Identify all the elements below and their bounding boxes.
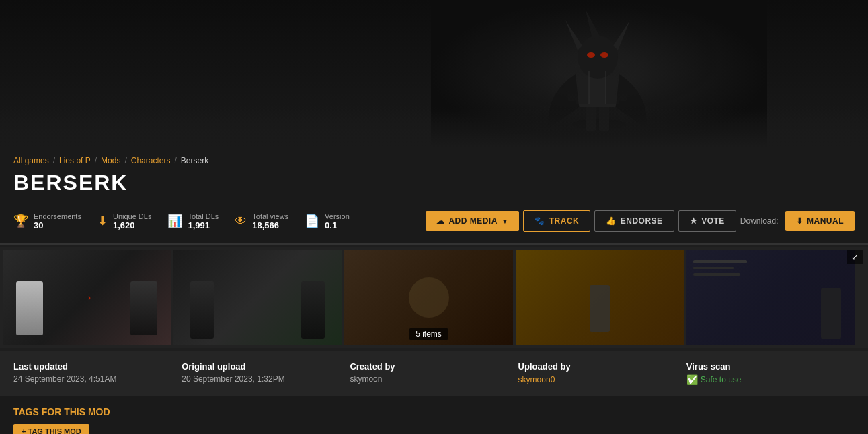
gallery-item-5[interactable] bbox=[686, 250, 855, 345]
created-by-value: skymoon bbox=[350, 374, 504, 384]
last-updated-value: 24 September 2023, 4:51AM bbox=[13, 374, 168, 384]
breadcrumb-sep-4: / bbox=[174, 156, 176, 165]
endorsements-label: Endorsements bbox=[34, 212, 81, 220]
gallery-container: → 5 items bbox=[0, 245, 868, 351]
stats-bar: 🏆 Endorsements 30 ⬇ Unique DLs 1,620 📊 T… bbox=[0, 210, 868, 243]
cloud-upload-icon: ☁ bbox=[436, 216, 445, 226]
gallery-expand-button[interactable]: ⤢ bbox=[847, 250, 863, 264]
original-upload-value: 20 September 2023, 1:32PM bbox=[182, 374, 336, 384]
mod-title: BERSERK bbox=[13, 171, 855, 196]
total-views-value: 18,566 bbox=[252, 220, 288, 230]
gallery: → 5 items bbox=[0, 247, 868, 348]
hero-overlay bbox=[0, 107, 868, 148]
gallery-item-4[interactable] bbox=[516, 250, 684, 345]
last-updated-label: Last updated bbox=[13, 361, 168, 372]
original-upload-label: Original upload bbox=[182, 361, 336, 372]
gallery-item-3[interactable]: 5 items bbox=[344, 250, 512, 345]
meta-created-by: Created by skymoon bbox=[350, 361, 518, 385]
meta-last-updated: Last updated 24 September 2023, 4:51AM bbox=[13, 361, 182, 385]
file-icon: 📄 bbox=[305, 214, 319, 228]
vote-label: VOTE bbox=[701, 216, 725, 226]
breadcrumb-current: Berserk bbox=[181, 156, 208, 165]
unique-dls-value: 1,620 bbox=[113, 220, 151, 230]
dropdown-arrow-icon: ▼ bbox=[502, 218, 508, 225]
virus-scan-label: Virus scan bbox=[686, 361, 841, 372]
total-dls-label: Total DLs bbox=[188, 212, 219, 220]
tags-section: TAGS FOR THIS MOD + TAG THIS MOD bbox=[0, 396, 868, 434]
meta-section: Last updated 24 September 2023, 4:51AM O… bbox=[0, 351, 868, 396]
stat-version: 📄 Version 0.1 bbox=[305, 212, 350, 230]
manual-download-icon: ⬇ bbox=[796, 216, 803, 226]
endorsements-value: 30 bbox=[34, 220, 81, 230]
breadcrumb-characters[interactable]: Characters bbox=[131, 156, 171, 165]
endorse-label: ENDORSE bbox=[621, 216, 663, 226]
add-media-button[interactable]: ☁ ADD MEDIA ▼ bbox=[426, 211, 519, 231]
download-icon: ⬇ bbox=[97, 214, 108, 228]
svg-point-14 bbox=[600, 52, 608, 58]
manual-label: MANUAL bbox=[807, 216, 844, 226]
add-tag-label: + TAG THIS MOD bbox=[22, 427, 81, 434]
gallery-badge: 5 items bbox=[409, 328, 448, 340]
check-circle-icon: ✅ bbox=[686, 374, 698, 385]
total-views-label: Total views bbox=[252, 212, 288, 220]
star-icon: ★ bbox=[690, 216, 698, 226]
trophy-icon: 🏆 bbox=[13, 214, 28, 228]
add-tag-button[interactable]: + TAG THIS MOD bbox=[13, 424, 89, 434]
vote-button[interactable]: ★ VOTE bbox=[678, 210, 736, 232]
gallery-item-1[interactable]: → bbox=[3, 250, 171, 345]
track-label: TRACK bbox=[549, 216, 580, 226]
gallery-item-2[interactable] bbox=[173, 250, 342, 345]
expand-icon: ⤢ bbox=[851, 252, 859, 262]
safe-to-use-text: Safe to use bbox=[701, 375, 742, 384]
created-by-label: Created by bbox=[350, 361, 504, 372]
svg-point-13 bbox=[587, 52, 595, 58]
breadcrumb-sep-1: / bbox=[53, 156, 55, 165]
uploaded-by-link[interactable]: skymoon0 bbox=[518, 375, 555, 384]
manual-download-button[interactable]: ⬇ MANUAL bbox=[785, 211, 855, 231]
track-button[interactable]: 🐾 TRACK bbox=[523, 210, 590, 232]
version-value: 0.1 bbox=[325, 220, 350, 230]
download-label-text: Download: bbox=[740, 216, 779, 226]
breadcrumb-lies-of-p[interactable]: Lies of P bbox=[59, 156, 91, 165]
action-buttons: ☁ ADD MEDIA ▼ 🐾 TRACK 👍 ENDORSE ★ VOTE D… bbox=[426, 210, 855, 232]
hero-banner bbox=[0, 0, 868, 148]
tags-title: TAGS FOR THIS MOD bbox=[13, 406, 855, 417]
endorse-button[interactable]: 👍 ENDORSE bbox=[594, 210, 674, 232]
meta-original-upload: Original upload 20 September 2023, 1:32P… bbox=[182, 361, 350, 385]
track-icon: 🐾 bbox=[535, 216, 545, 226]
stat-total-dls: 📊 Total DLs 1,991 bbox=[167, 212, 219, 230]
stat-endorsements: 🏆 Endorsements 30 bbox=[13, 212, 81, 230]
stats-left: 🏆 Endorsements 30 ⬇ Unique DLs 1,620 📊 T… bbox=[13, 212, 350, 230]
meta-virus-scan: Virus scan ✅ Safe to use bbox=[686, 361, 855, 385]
stat-unique-dls: ⬇ Unique DLs 1,620 bbox=[97, 212, 151, 230]
breadcrumb-sep-3: / bbox=[124, 156, 126, 165]
breadcrumb-all-games[interactable]: All games bbox=[13, 156, 49, 165]
thumbs-up-icon: 👍 bbox=[606, 216, 617, 226]
breadcrumb: All games / Lies of P / Mods / Character… bbox=[13, 156, 855, 165]
uploaded-by-label: Uploaded by bbox=[518, 361, 673, 372]
unique-dls-label: Unique DLs bbox=[113, 212, 151, 220]
add-media-label: ADD MEDIA bbox=[448, 216, 498, 226]
version-label: Version bbox=[325, 212, 350, 220]
breadcrumb-section: All games / Lies of P / Mods / Character… bbox=[0, 148, 868, 210]
chart-icon: 📊 bbox=[167, 214, 182, 228]
stat-total-views: 👁 Total views 18,566 bbox=[235, 212, 288, 230]
svg-point-9 bbox=[578, 36, 618, 79]
breadcrumb-sep-2: / bbox=[95, 156, 97, 165]
meta-uploaded-by: Uploaded by skymoon0 bbox=[518, 361, 686, 385]
eye-icon: 👁 bbox=[235, 214, 247, 228]
breadcrumb-mods[interactable]: Mods bbox=[101, 156, 120, 165]
total-dls-value: 1,991 bbox=[188, 220, 219, 230]
virus-scan-value: ✅ Safe to use bbox=[686, 374, 841, 385]
